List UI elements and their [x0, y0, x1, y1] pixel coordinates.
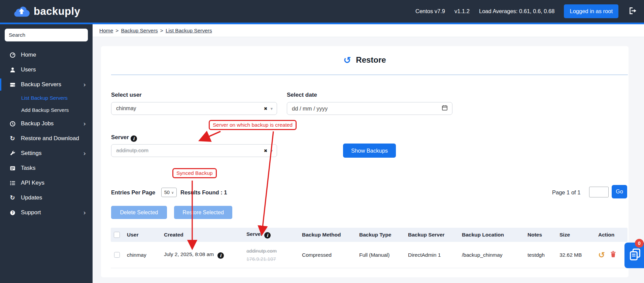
dropdown-caret-icon[interactable]: ▾: [270, 106, 273, 111]
sidebar-item-backup-jobs[interactable]: Backup Jobs ›: [0, 116, 93, 131]
app-window: backuply Centos v7.9 v1.1.2 Load Average…: [0, 0, 644, 283]
row-server-host: addinutp.com: [246, 247, 298, 255]
table-row: chinmay July 2, 2025, 8:08 am i addinutp…: [111, 242, 628, 268]
copy-pages-icon: [629, 248, 641, 263]
brand-logo[interactable]: backuply: [13, 4, 80, 19]
chevron-right-icon: ›: [83, 209, 86, 216]
os-version-text: Centos v7.9: [415, 8, 445, 14]
select-date-input[interactable]: dd / mm / yyyy: [287, 102, 452, 115]
synced-backup-annotation-callout: Synced Backup: [172, 168, 217, 178]
sync-icon: ↻: [9, 135, 16, 142]
sidebar-item-add-backup-servers[interactable]: Add Backup Servers: [0, 104, 93, 116]
sidebar-item-list-backup-servers[interactable]: List Backup Servers: [0, 92, 93, 104]
sidebar-item-support[interactable]: ? Support ›: [0, 205, 93, 220]
wrench-icon: [9, 150, 16, 157]
breadcrumb-backup-servers[interactable]: Backup Servers: [121, 28, 158, 34]
tasks-card-icon: [9, 165, 16, 171]
sidebar-item-label: Add Backup Servers: [21, 107, 69, 113]
row-backup-method: Compressed: [298, 252, 355, 258]
sidebar-item-label: Backup Jobs: [21, 120, 54, 127]
logout-icon[interactable]: [628, 6, 637, 17]
go-button[interactable]: Go: [612, 185, 627, 198]
sidebar-item-label: API Keys: [21, 180, 44, 186]
search-input[interactable]: [5, 29, 88, 41]
server-icon: [9, 82, 16, 88]
col-notes: Notes: [523, 232, 555, 238]
row-server: addinutp.com 176.9.21.107: [242, 247, 298, 263]
row-notes: testdgh: [523, 252, 555, 258]
sidebar: Home Users Backup Servers › List Backup …: [0, 24, 93, 283]
notification-badge: 0: [635, 239, 644, 248]
select-user-dropdown[interactable]: chinmay ✖ ▾: [111, 102, 277, 115]
breadcrumb-separator: >: [115, 28, 118, 34]
load-averages-text: Load Averages: 0.61, 0.6, 0.68: [479, 8, 554, 14]
sidebar-item-label: Support: [21, 209, 41, 216]
active-indicator: [0, 78, 1, 91]
calendar-icon[interactable]: [441, 104, 448, 113]
row-backup-location: /backup_chinmay: [458, 252, 523, 258]
sidebar-item-backup-servers[interactable]: Backup Servers ›: [0, 77, 93, 92]
sidebar-item-users[interactable]: Users: [0, 62, 93, 77]
sidebar-item-restore-and-download[interactable]: ↻ Restore and Download: [0, 131, 93, 146]
sidebar-item-home[interactable]: Home: [0, 48, 93, 62]
col-user: User: [123, 232, 160, 238]
dropdown-caret-icon[interactable]: ▾: [270, 148, 273, 153]
sidebar-item-label: Updates: [21, 194, 42, 201]
user-icon: [9, 67, 16, 73]
breadcrumb-list-backup-servers[interactable]: List Backup Servers: [166, 28, 212, 34]
row-backup-type: Full (Manual): [355, 252, 404, 258]
info-icon[interactable]: i: [217, 252, 224, 259]
info-icon[interactable]: i: [264, 232, 271, 239]
page-number-input[interactable]: [589, 187, 609, 197]
select-user-value: chinmay: [116, 105, 264, 112]
clear-selection-icon[interactable]: ✖: [264, 106, 268, 111]
sidebar-item-label: Settings: [21, 150, 41, 157]
row-checkbox[interactable]: [114, 252, 120, 258]
entries-per-page-select[interactable]: 50 ∨: [161, 188, 177, 197]
col-created: Created: [160, 232, 242, 238]
brand-name: backuply: [34, 5, 80, 18]
select-all-checkbox[interactable]: [114, 232, 120, 238]
show-backups-button[interactable]: Show Backups: [343, 144, 396, 158]
clock-icon: [9, 121, 16, 127]
restore-selected-button[interactable]: Restore Selected: [174, 206, 232, 219]
chevron-right-icon: ›: [83, 120, 86, 127]
page-info-text: Page 1 of 1: [552, 189, 580, 196]
sidebar-item-api-keys[interactable]: API Keys: [0, 176, 93, 190]
row-created: July 2, 2025, 8:08 am i: [160, 251, 242, 259]
sidebar-item-label: List Backup Servers: [21, 95, 68, 101]
sidebar-item-label: Restore and Download: [21, 135, 79, 142]
server-annotation-callout: Server on which backup is created: [209, 120, 297, 130]
col-backup-method: Backup Method: [298, 232, 355, 238]
row-backup-server: DirectAdmin 1: [404, 252, 458, 258]
info-icon[interactable]: i: [131, 135, 137, 142]
clear-selection-icon[interactable]: ✖: [264, 148, 268, 153]
breadcrumb: Home > Backup Servers > List Backup Serv…: [93, 24, 644, 37]
svg-text:?: ?: [11, 211, 13, 215]
col-action: Action: [594, 232, 628, 238]
sync-icon: ↻: [9, 195, 16, 201]
chevron-right-icon: ›: [83, 81, 86, 88]
sidebar-item-tasks[interactable]: Tasks: [0, 161, 93, 176]
sidebar-item-settings[interactable]: Settings ›: [0, 146, 93, 161]
divider: [111, 74, 628, 75]
col-size: Size: [555, 232, 594, 238]
gauge-icon: [9, 52, 16, 58]
delete-action-icon[interactable]: [610, 251, 616, 259]
select-date-label: Select date: [287, 92, 317, 98]
server-value: addinutp.com: [116, 148, 264, 154]
restore-action-icon[interactable]: ↺: [598, 251, 605, 259]
logged-in-as-root-button[interactable]: Logged in as root: [564, 4, 618, 18]
cloud-upload-logo-icon: [13, 4, 30, 19]
select-caret-icon: ∨: [171, 191, 174, 194]
server-dropdown[interactable]: addinutp.com ✖ ▾: [111, 144, 277, 157]
sidebar-item-label: Users: [21, 66, 36, 73]
app-version-text: v1.1.2: [454, 8, 470, 14]
col-backup-location: Backup Location: [458, 232, 523, 238]
select-user-label: Select user: [111, 92, 142, 98]
sidebar-item-updates[interactable]: ↻ Updates: [0, 190, 93, 205]
breadcrumb-home[interactable]: Home: [99, 28, 113, 34]
sidebar-item-label: Backup Servers: [21, 81, 61, 88]
row-server-ip: 176.9.21.107: [246, 255, 298, 263]
delete-selected-button[interactable]: Delete Selected: [111, 206, 167, 219]
